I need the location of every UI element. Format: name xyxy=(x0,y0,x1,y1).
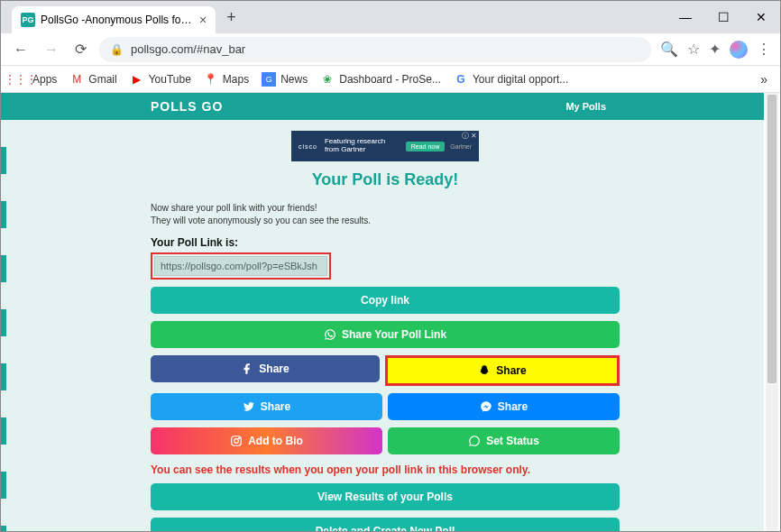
address-bar[interactable]: 🔒 pollsgo.com/#nav_bar xyxy=(99,37,651,62)
copy-link-button[interactable]: Copy link xyxy=(151,287,620,314)
ad-source: Gartner xyxy=(450,143,472,150)
poll-link-highlight: https://pollsgo.com/poll?p=eSBkJsh xyxy=(151,252,331,280)
snapchat-highlight: Share xyxy=(385,355,620,386)
apps-bookmark[interactable]: ⋮⋮⋮Apps xyxy=(14,72,57,87)
new-tab-button[interactable]: + xyxy=(226,8,236,27)
gmail-icon: M xyxy=(69,72,84,87)
gmail-bookmark[interactable]: MGmail xyxy=(69,72,116,87)
browser-titlebar: PG PollsGo -Anonymous Polls for W... × +… xyxy=(1,1,780,33)
add-to-bio-button[interactable]: Add to Bio xyxy=(151,427,382,454)
ad-brand: cisco xyxy=(299,143,317,150)
ad-banner[interactable]: cisco Featuring research from Gartner Re… xyxy=(291,131,479,161)
url-text: pollsgo.com/#nav_bar xyxy=(131,42,245,56)
tab-title: PollsGo -Anonymous Polls for W... xyxy=(41,14,194,26)
apps-icon: ⋮⋮⋮ xyxy=(14,72,28,87)
snapchat-icon xyxy=(478,364,491,377)
browser-warning-text: You can see the results when you open yo… xyxy=(151,463,620,476)
vertical-scrollbar[interactable] xyxy=(766,93,778,531)
window-maximize-button[interactable]: ☐ xyxy=(704,1,742,33)
poll-link-label: Your Poll Link is: xyxy=(151,236,620,249)
news-bookmark[interactable]: GNews xyxy=(262,72,308,87)
twitter-icon xyxy=(243,400,255,413)
page-title: Your Poll is Ready! xyxy=(151,170,620,189)
lock-icon: 🔒 xyxy=(110,43,124,56)
dashboard-icon: ❀ xyxy=(320,72,335,87)
instructions: Now share your poll link with your frien… xyxy=(151,202,620,227)
window-minimize-button[interactable]: — xyxy=(666,1,704,33)
browser-tab[interactable]: PG PollsGo -Anonymous Polls for W... × xyxy=(12,6,216,33)
facebook-icon xyxy=(241,362,253,375)
tab-favicon: PG xyxy=(21,13,35,27)
google-bookmark[interactable]: GYour digital opport... xyxy=(454,72,568,87)
share-messenger-button[interactable]: Share xyxy=(388,393,620,420)
delete-create-button[interactable]: Delete and Create New Poll xyxy=(151,518,620,531)
whatsapp-icon xyxy=(468,435,481,447)
site-logo[interactable]: POLLS GO xyxy=(151,99,223,114)
ad-text: Featuring research from Gartner xyxy=(325,138,385,154)
site-header: POLLS GO My Polls xyxy=(6,93,764,120)
menu-icon[interactable]: ⋮ xyxy=(757,41,771,58)
news-icon: G xyxy=(262,72,276,87)
messenger-icon xyxy=(480,400,492,413)
maps-bookmark[interactable]: 📍Maps xyxy=(204,72,249,87)
star-icon[interactable]: ☆ xyxy=(687,41,700,58)
whatsapp-icon xyxy=(324,328,336,341)
ad-close-icon[interactable]: ⓘ ✕ xyxy=(462,131,477,141)
dashboard-bookmark[interactable]: ❀Dashboard - ProSe... xyxy=(320,72,441,87)
svg-point-1 xyxy=(234,439,239,444)
bookmarks-bar: ⋮⋮⋮Apps MGmail ▶YouTube 📍Maps GNews ❀Das… xyxy=(1,66,780,93)
forward-button: → xyxy=(41,38,62,61)
youtube-bookmark[interactable]: ▶YouTube xyxy=(130,72,191,87)
bookmarks-overflow-icon[interactable]: » xyxy=(760,72,767,87)
share-facebook-button[interactable]: Share xyxy=(151,355,380,382)
browser-toolbar: ← → ⟳ 🔒 pollsgo.com/#nav_bar 🔍 ☆ ✦ ⋮ xyxy=(1,33,780,66)
share-whatsapp-button[interactable]: Share Your Poll Link xyxy=(151,321,620,348)
zoom-icon[interactable]: 🔍 xyxy=(660,41,678,58)
close-tab-icon[interactable]: × xyxy=(199,13,207,27)
maps-pin-icon: 📍 xyxy=(204,72,218,87)
profile-avatar[interactable] xyxy=(730,41,748,59)
share-snapchat-button[interactable]: Share xyxy=(388,358,617,383)
scrollbar-thumb[interactable] xyxy=(767,95,776,383)
view-results-button[interactable]: View Results of your Polls xyxy=(151,483,620,510)
youtube-icon: ▶ xyxy=(130,72,144,87)
instagram-icon xyxy=(230,435,243,447)
svg-point-2 xyxy=(239,437,240,438)
window-close-button[interactable]: ✕ xyxy=(742,1,780,33)
poll-link-input[interactable]: https://pollsgo.com/poll?p=eSBkJsh xyxy=(154,256,327,276)
share-twitter-button[interactable]: Share xyxy=(151,393,382,420)
ad-cta-button[interactable]: Read now xyxy=(406,142,446,151)
extensions-icon[interactable]: ✦ xyxy=(709,41,721,58)
reload-button[interactable]: ⟳ xyxy=(71,37,90,61)
my-polls-link[interactable]: My Polls xyxy=(565,101,606,112)
set-status-button[interactable]: Set Status xyxy=(388,427,620,454)
google-icon: G xyxy=(454,72,468,87)
back-button[interactable]: ← xyxy=(10,38,32,61)
page-content: POLLS GO My Polls cisco Featuring resear… xyxy=(6,93,764,531)
